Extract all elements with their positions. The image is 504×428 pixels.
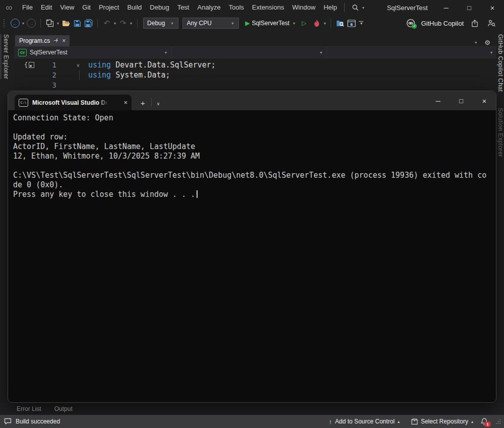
new-project-caret-icon[interactable]: ▾ [57,21,59,26]
menu-extensions[interactable]: Extensions [248,0,288,15]
redo-caret-icon[interactable]: ▾ [130,21,132,26]
menu-project[interactable]: Project [95,0,123,15]
visual-studio-window: ∞ File Edit View Git Project Build Debug… [0,0,504,428]
undo-button[interactable]: ↶ [102,17,112,30]
terminal-output[interactable]: Connection State: Open Updated row: Acto… [8,110,496,202]
notifications-button[interactable]: 1 [481,418,488,425]
terminal-tab-close-icon[interactable]: × [123,99,128,106]
member-caret-icon: ▾ [490,50,492,55]
feedback-search-icon [487,19,495,27]
sidebar-tab-server-explorer[interactable]: Server Explorer [3,34,10,79]
notification-count-badge: 1 [484,421,491,427]
tab-program-cs[interactable]: Program.cs × [15,35,70,46]
solution-platform-dropdown[interactable]: Any CPU ▾ [182,18,239,29]
hot-reload-flame-icon [313,20,320,27]
start-debugging-button[interactable]: ▶ SqlServerTest ▾ [245,17,296,30]
redo-button[interactable]: ↷ [118,17,128,30]
menu-test[interactable]: Test [173,0,194,15]
terminal-tab[interactable]: C:\ Microsoft Visual Studio Debug × [15,95,132,110]
send-feedback-button[interactable] [486,17,496,30]
margin-indicator-icon[interactable] [29,62,34,68]
feedback-bubble-icon[interactable] [4,418,12,425]
open-file-button[interactable] [61,17,71,30]
maximize-button[interactable]: □ [458,0,481,15]
close-button[interactable]: × [481,0,504,15]
terminal-line: Updated row: [13,132,491,142]
menu-analyze[interactable]: Analyze [193,0,224,15]
find-in-files-icon [336,20,345,27]
terminal-line [13,123,491,132]
toolbar-grip-handle[interactable] [3,19,6,28]
menu-help[interactable]: Help [320,0,341,15]
platform-caret-icon: ▾ [231,21,233,26]
source-control-caret-icon: ▴ [398,419,400,424]
toolbar-divider [331,19,331,28]
overflow-chevron-icon: ▾ [360,22,362,25]
tab-output[interactable]: Output [54,405,73,412]
copilot-status-button[interactable]: ✓ [406,19,415,28]
save-button[interactable] [72,17,82,30]
project-dropdown[interactable]: C# SqlServerTest ▾ [14,47,171,58]
select-repository-button[interactable]: Select Repository ▴ [411,418,473,425]
type-dropdown[interactable]: ▾ [171,47,327,58]
repository-caret-icon: ▴ [471,419,473,424]
new-project-button[interactable] [45,17,55,30]
forward-arrow-icon: → [27,19,36,28]
tab-row-tools: ▾ ⚙ [467,39,496,46]
terminal-maximize-button[interactable]: □ [450,91,473,110]
right-dock-strip: GitHub Copilot Chat Solution Explorer [496,31,504,403]
menu-edit[interactable]: Edit [37,0,56,15]
terminal-line: Connection State: Open [13,113,491,123]
toolbar-overflow-button[interactable]: ▾ [359,21,363,25]
tab-close-icon[interactable]: × [62,37,66,44]
code-text: System.Data; [111,70,170,80]
save-all-button[interactable] [83,17,93,30]
minimize-button[interactable]: ─ [434,0,458,15]
titlebar-divider [344,3,345,12]
menu-window[interactable]: Window [288,0,320,15]
add-to-source-control-button[interactable]: ↑ Add to Source Control ▴ [329,418,400,425]
navigate-back-button[interactable]: ← [10,17,20,30]
editor-settings-gear-icon[interactable]: ⚙ [484,39,490,46]
navigate-back-caret-icon[interactable]: ▾ [22,21,24,26]
save-icon [74,20,81,27]
play-icon: ▶ [245,20,249,27]
search-icon[interactable] [350,1,361,14]
code-keyword: using [88,70,111,80]
terminal-new-tab-button[interactable]: + [141,99,145,107]
terminal-line-with-cursor: Press any key to close this window . . . [13,190,491,199]
sidebar-tab-solution-explorer[interactable]: Solution Explorer [497,108,504,157]
terminal-dropdown-chevron-icon[interactable]: ∨ [157,101,160,106]
solution-configuration-dropdown[interactable]: Debug ▾ [143,18,178,29]
terminal-minimize-button[interactable]: ─ [426,91,450,110]
share-button[interactable] [470,17,480,30]
resize-grip-icon[interactable] [495,419,501,424]
terminal-tab-title: Microsoft Visual Studio Debug [32,99,108,106]
undo-caret-icon[interactable]: ▾ [114,21,116,26]
sidebar-tab-copilot-chat[interactable]: GitHub Copilot Chat [497,34,504,92]
document-list-caret-icon[interactable]: ▾ [475,40,477,45]
hot-reload-caret-icon[interactable]: ▾ [324,21,326,26]
terminal-title-bar[interactable]: C:\ Microsoft Visual Studio Debug × + ∨ … [8,91,496,110]
pin-icon[interactable] [53,38,58,43]
share-icon [471,20,479,27]
terminal-close-button[interactable]: × [473,91,496,110]
menu-debug[interactable]: Debug [146,0,173,15]
indent-guide [56,70,88,80]
web-live-preview-button[interactable] [346,17,356,30]
menu-git[interactable]: Git [78,0,95,15]
member-dropdown[interactable]: ▾ [327,47,496,58]
menu-build[interactable]: Build [123,0,146,15]
open-folder-icon [62,20,71,27]
menu-tools[interactable]: Tools [225,0,248,15]
fold-chevron-icon[interactable]: ∨ [56,62,88,68]
browser-home-icon [347,20,356,27]
navigate-forward-button[interactable]: → [26,17,36,30]
start-without-debugging-button[interactable]: ▷ [299,17,309,30]
hot-reload-button[interactable] [311,17,322,30]
find-in-files-button[interactable] [335,17,345,30]
search-dropdown-caret-icon[interactable]: ▾ [362,6,364,10]
menu-file[interactable]: File [18,0,37,15]
menu-view[interactable]: View [56,0,78,15]
tab-error-list[interactable]: Error List [17,405,41,412]
